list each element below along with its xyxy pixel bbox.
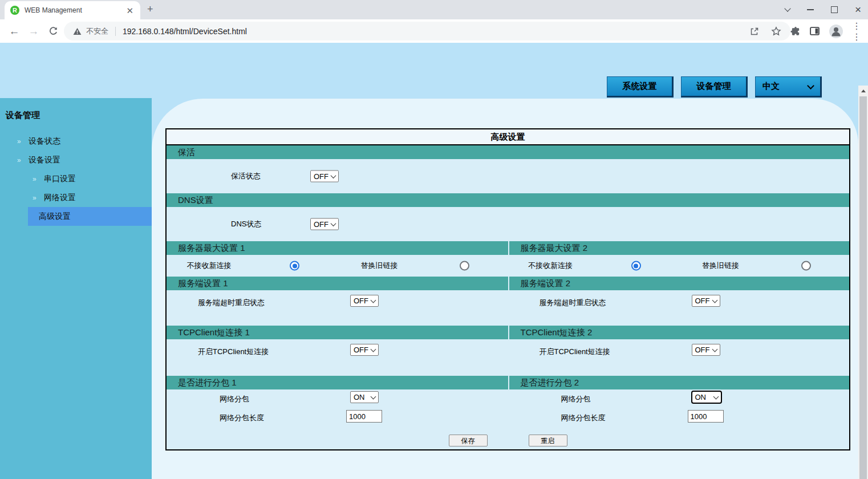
browser-tab[interactable]: R WEB Management ✕: [5, 1, 140, 19]
url-divider: [115, 27, 116, 36]
chevron-down-icon: [712, 297, 717, 303]
bookmark-star-icon[interactable]: [771, 26, 781, 36]
reload-button[interactable]: [47, 19, 59, 43]
sidebar: 设备管理 » 设备状态 » 设备设置 » 串口设置 » 网络设置 高级设置: [0, 98, 152, 479]
save-button[interactable]: 保存: [449, 435, 488, 446]
scrollbar-thumb[interactable]: [859, 96, 867, 479]
keepalive-status-select[interactable]: OFF: [310, 171, 339, 182]
chevron-down-icon: [713, 393, 719, 399]
sidebar-item-advanced-settings[interactable]: 高级设置: [28, 207, 152, 226]
window-minimize-button[interactable]: [807, 9, 814, 10]
section-server-max-1: 服务器最大设置 1: [167, 241, 508, 255]
replace-old-link-radio-1[interactable]: [460, 261, 469, 271]
sidebar-item-serial-settings[interactable]: » 串口设置: [0, 169, 152, 188]
packet-length-input-1[interactable]: [346, 410, 382, 423]
dns-row: DNS状态 OFF: [167, 207, 849, 241]
new-tab-button[interactable]: +: [147, 3, 153, 15]
no-new-connection-radio-1[interactable]: [290, 261, 299, 271]
language-select-value: 中文: [762, 81, 780, 92]
server-max-1-options: 不接收新连接 替换旧链接: [167, 255, 508, 277]
profile-avatar[interactable]: [829, 24, 843, 39]
not-secure-warning-icon: [73, 27, 82, 35]
top-navigation: 系统设置 设备管理 中文: [607, 76, 822, 98]
forward-button[interactable]: →: [27, 19, 40, 43]
section-dns: DNS设置: [167, 193, 849, 207]
tcpclient-short-select-1[interactable]: OFF: [350, 344, 379, 356]
sidebar-item-device-status[interactable]: » 设备状态: [0, 132, 152, 151]
chevron-down-icon: [331, 221, 336, 226]
tcpclient-short-label: 开启TCPClient短连接: [540, 347, 610, 357]
network-packet-label: 网络分包: [561, 394, 591, 404]
arrow-bullet-icon: »: [17, 137, 21, 145]
chevron-down-icon: [712, 346, 717, 352]
tcpclient-short-select-2[interactable]: OFF: [692, 344, 720, 356]
language-select[interactable]: 中文: [755, 76, 822, 98]
window-maximize-button[interactable]: [831, 6, 838, 13]
no-new-connection-radio-2[interactable]: [631, 261, 641, 271]
server-timeout-restart-select-1[interactable]: OFF: [350, 295, 379, 307]
section-server-set-1: 服务端设置 1: [167, 277, 508, 290]
tab-search-chevron-icon[interactable]: [784, 5, 790, 11]
chevron-down-icon: [807, 82, 814, 90]
scrollbar-up-arrow[interactable]: [858, 86, 868, 96]
arrow-bullet-icon: »: [17, 156, 21, 164]
no-new-connection-label: 不接收新连接: [508, 261, 593, 271]
side-panel-icon[interactable]: [809, 26, 820, 36]
server-timeout-restart-select-2[interactable]: OFF: [692, 295, 720, 307]
reload-icon: [48, 26, 58, 36]
keepalive-status-label: 保活状态: [231, 171, 261, 181]
back-button[interactable]: ←: [8, 19, 21, 43]
network-packet-select-2[interactable]: ON: [691, 391, 722, 404]
chevron-down-icon: [331, 173, 336, 178]
security-label[interactable]: 不安全: [86, 26, 108, 36]
chevron-down-icon: [371, 297, 376, 303]
tab-close-icon[interactable]: ✕: [125, 6, 135, 15]
section-tcpclient-1: TCPClient短连接 1: [167, 326, 508, 339]
replace-old-link-label: 替换旧链接: [336, 261, 422, 271]
replace-old-link-radio-2[interactable]: [801, 261, 811, 271]
page-background: 系统设置 设备管理 中文 设备管理 » 设备状态 » 设备设置 » 串口设置 »…: [0, 43, 868, 479]
browser-menu-icon[interactable]: ⋮⋮: [852, 21, 861, 42]
page-scrollbar[interactable]: [858, 86, 868, 479]
sidebar-title: 设备管理: [6, 110, 40, 121]
system-settings-button[interactable]: 系统设置: [607, 76, 674, 98]
server-max-2-options: 不接收新连接 替换旧链接: [508, 255, 850, 277]
packet-length-label: 网络分包长度: [220, 413, 264, 423]
section-server-set-2: 服务端设置 2: [508, 277, 850, 290]
restart-button[interactable]: 重启: [529, 435, 567, 446]
packet-2-body: 网络分包 ON 网络分包长度: [508, 389, 850, 432]
packet-1-body: 网络分包 ON 网络分包长度: [167, 389, 508, 432]
tab-strip: R WEB Management ✕ + ×: [0, 0, 868, 19]
section-packet-1: 是否进行分包 1: [167, 376, 508, 389]
url-text[interactable]: 192.168.0.148/html/DeviceSet.html: [123, 27, 247, 36]
window-close-button[interactable]: ×: [855, 5, 861, 14]
share-icon[interactable]: [749, 26, 760, 36]
site-favicon: R: [10, 6, 19, 15]
server-timeout-restart-label: 服务端超时重启状态: [540, 298, 606, 308]
arrow-bullet-icon: »: [33, 194, 36, 202]
tcpclient-short-label: 开启TCPClient短连接: [198, 347, 269, 357]
no-new-connection-label: 不接收新连接: [167, 261, 252, 271]
sidebar-item-network-settings[interactable]: » 网络设置: [0, 188, 152, 207]
sidebar-item-device-settings[interactable]: » 设备设置: [0, 151, 152, 169]
action-buttons-row: 保存 重启: [167, 432, 849, 449]
section-packet-2: 是否进行分包 2: [508, 376, 850, 389]
arrow-bullet-icon: »: [33, 175, 36, 183]
section-tcpclient-2: TCPClient短连接 2: [508, 326, 850, 339]
address-bar[interactable]: 不安全 192.168.0.148/html/DeviceSet.html: [64, 22, 790, 40]
tcpclient-1-body: 开启TCPClient短连接 OFF: [167, 339, 508, 376]
server-max-options-row: 不接收新连接 替换旧链接 不接收新连接 替换旧链接: [167, 255, 849, 277]
packet-row: 网络分包 ON 网络分包长度 网络分包 ON 网络分包长度: [167, 389, 849, 432]
tab-title: WEB Management: [25, 6, 125, 14]
extensions-puzzle-icon[interactable]: [790, 26, 801, 36]
device-management-button[interactable]: 设备管理: [681, 76, 748, 98]
packet-length-input-2[interactable]: [688, 410, 724, 423]
tcpclient-row: 开启TCPClient短连接 OFF 开启TCPClient短连接 OFF: [167, 339, 849, 376]
server-set-1-body: 服务端超时重启状态 OFF: [167, 290, 508, 326]
chevron-down-icon: [371, 346, 376, 352]
dns-status-select[interactable]: OFF: [310, 218, 339, 230]
section-server-max-2: 服务器最大设置 2: [508, 241, 850, 255]
dns-status-label: DNS状态: [231, 219, 261, 229]
panel-title: 高级设置: [167, 129, 849, 145]
network-packet-select-1[interactable]: ON: [350, 391, 379, 403]
